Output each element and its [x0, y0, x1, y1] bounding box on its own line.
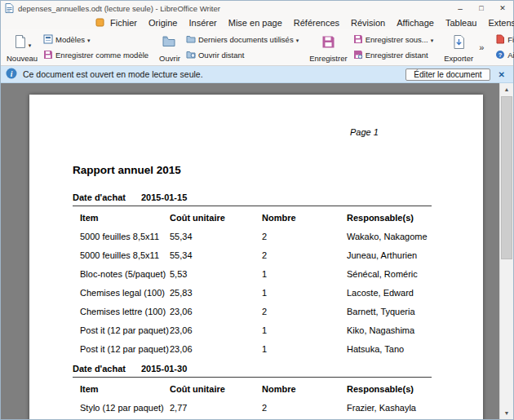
menu-item-extension[interactable]: Extension [482, 18, 514, 28]
table-cell: Hatsuka, Tano [347, 344, 432, 354]
save-icon [321, 35, 335, 52]
column-header: Item [80, 213, 170, 223]
table-cell: 5,53 [170, 269, 262, 279]
document-page[interactable]: Page 1 Rapport annuel 2015 Date d'achat2… [29, 95, 483, 419]
table-cell: 23,06 [170, 325, 262, 335]
menu-item-mise-en-page[interactable]: Mise en page [223, 18, 288, 28]
scrollbar-thumb[interactable] [501, 96, 512, 259]
group-ouvrir-options: Derniers documents utilisés Ouvrir dista… [183, 31, 302, 64]
edit-document-button[interactable]: Éditer le document [405, 69, 490, 81]
aide-menu-button[interactable]: ? Aide [494, 49, 514, 62]
exporter-button[interactable]: Exporter [441, 31, 476, 64]
open-folder-icon [162, 35, 178, 51]
group-modeles: Modèles Enregistrer comme modèle [40, 31, 152, 64]
table-cell: 55,34 [170, 250, 262, 260]
table-cell: 5000 feuilles 8,5x11 [80, 250, 170, 260]
document-title: Rapport annuel 2015 [73, 164, 432, 176]
table-cell: 23,06 [170, 344, 262, 354]
column-header: Responsable(s) [347, 384, 432, 394]
purchase-section: Date d'achat2015-01-30ItemCoût unitaireN… [73, 364, 432, 417]
derniers-documents-button[interactable]: Derniers documents utilisés [184, 33, 300, 46]
export-icon [452, 35, 466, 52]
close-button[interactable] [492, 1, 513, 15]
enregistrer-distant-button[interactable]: Enregistrer distant [352, 49, 436, 62]
enregistrer-distant-label: Enregistrer distant [366, 51, 428, 60]
toolbar-overflow-button[interactable]: » [476, 42, 487, 52]
window-title: depenses_annuelles.odt (lecture seule) -… [18, 4, 220, 13]
table-cell: Stylo (12 par paquet) [80, 403, 170, 413]
menu-item-fichier[interactable]: Fichier [104, 18, 143, 28]
templates-icon [43, 34, 53, 46]
menu-item-tableau[interactable]: Tableau [440, 18, 483, 28]
column-header: Item [80, 384, 170, 394]
date-achat-row: Date d'achat2015-01-30 [73, 364, 432, 378]
chevron-down-icon[interactable] [431, 35, 434, 44]
enregistrer-button[interactable]: Enregistrer [307, 31, 349, 64]
scroll-down-icon[interactable] [500, 407, 513, 419]
document-area: Page 1 Rapport annuel 2015 Date d'achat2… [1, 83, 513, 419]
ouvrir-distant-button[interactable]: Ouvrir distant [184, 49, 300, 61]
table-cell: Lacoste, Edward [347, 288, 432, 298]
svg-text:i: i [11, 70, 13, 78]
group-ouvrir: Ouvrir Derniers documents utilisés Ouvri… [157, 31, 302, 64]
table-row: Chemises lettre (100)23,062Barnett, Tyqu… [73, 302, 432, 321]
titlebar: depenses_annuelles.odt (lecture seule) -… [1, 1, 513, 15]
menu-item-inserer[interactable]: Insérer [183, 18, 222, 28]
minimize-button[interactable] [450, 1, 471, 15]
enregistrer-comme-modele-button[interactable]: Enregistrer comme modèle [42, 49, 150, 62]
table-header-row: ItemCoût unitaireNombreResponsable(s) [73, 380, 432, 398]
window-controls [450, 1, 513, 15]
table-cell: 2 [262, 307, 347, 316]
menu-item-affichage[interactable]: Affichage [391, 18, 440, 28]
table-cell: 25,83 [170, 288, 262, 298]
table-cell: 2,77 [170, 403, 262, 413]
menu-item-origine[interactable]: Origine [143, 18, 183, 28]
column-header: Coût unitaire [170, 384, 262, 394]
group-nouveau: Nouveau [4, 31, 40, 64]
purchase-section: Date d'achat2015-01-15ItemCoût unitaireN… [73, 192, 432, 358]
ouvrir-distant-label: Ouvrir distant [198, 51, 245, 60]
vertical-scrollbar[interactable] [499, 83, 513, 419]
menubar-app-icon[interactable] [95, 18, 104, 27]
ouvrir-label: Ouvrir [159, 54, 180, 63]
fichier-menu-button[interactable]: Fichier [494, 33, 514, 46]
enregistrer-sous-button[interactable]: Enregistrer sous... [352, 33, 436, 46]
table-row: Post it (12 par paquet)23,061Kiko, Nagas… [73, 321, 432, 339]
date-achat-value: 2015-01-15 [141, 192, 187, 202]
aide-menu-label: Aide [507, 51, 514, 60]
info-icon: i [6, 68, 17, 81]
table-cell: 2 [262, 403, 347, 413]
nouveau-button[interactable]: Nouveau [4, 31, 40, 64]
modeles-label: Modèles [55, 35, 85, 44]
table-cell: 1 [262, 325, 347, 335]
readonly-infobar: i Ce document est ouvert en mode lecture… [1, 66, 513, 83]
chevron-down-icon[interactable] [29, 36, 32, 51]
column-header: Responsable(s) [347, 213, 432, 223]
chevron-down-icon[interactable] [296, 35, 299, 44]
maximize-button[interactable] [471, 1, 492, 15]
table-header-row: ItemCoût unitaireNombreResponsable(s) [73, 209, 432, 227]
save-as-icon [353, 34, 363, 46]
chevron-down-icon[interactable] [87, 35, 91, 44]
table-cell: Frazier, Kashayla [347, 403, 432, 413]
infobar-close-icon[interactable] [498, 69, 505, 79]
save-remote-icon [353, 50, 363, 61]
menu-item-references[interactable]: Références [288, 18, 345, 28]
document-sections: Date d'achat2015-01-15ItemCoût unitaireN… [73, 192, 432, 417]
file-toolbar: Nouveau Modèles Enregistrer comme modèle [1, 29, 513, 66]
table-row: 5000 feuilles 8,5x1155,342Wakako, Nakago… [73, 227, 432, 245]
scroll-up-icon[interactable] [500, 83, 513, 95]
modeles-button[interactable]: Modèles [42, 33, 150, 46]
derniers-documents-label: Derniers documents utilisés [198, 35, 294, 44]
table-cell: 1 [262, 288, 347, 298]
table-cell: 23,06 [170, 307, 262, 316]
ouvrir-button[interactable]: Ouvrir [157, 31, 183, 64]
menu-item-revision[interactable]: Révision [345, 18, 391, 28]
table-cell: 2 [262, 250, 347, 260]
table-cell: Sénécal, Roméric [347, 269, 432, 279]
readonly-message: Ce document est ouvert en mode lecture s… [23, 69, 203, 79]
table-cell: Chemises lettre (100) [80, 307, 170, 316]
new-document-icon [13, 34, 28, 52]
fichier-menu-label: Fichier [507, 35, 514, 44]
exporter-label: Exporter [444, 54, 473, 63]
